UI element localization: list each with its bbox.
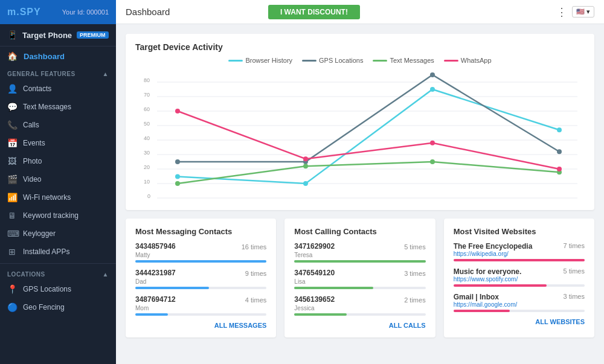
sidebar-item-events[interactable]: 📅 Events: [0, 134, 116, 152]
website-url[interactable]: https://mail.google.com/: [454, 301, 518, 308]
websites-card: Most Visited Websites The Free Encyclope…: [444, 219, 594, 337]
messaging-contact-3: 3487694712 4 times Mom: [135, 295, 266, 316]
contact-number: 3476549120: [294, 269, 335, 277]
contact-number: 3471629902: [294, 242, 335, 251]
svg-point-23: [303, 181, 308, 186]
contact-bar-fill: [135, 313, 168, 316]
contact-number: 3487694712: [135, 295, 176, 304]
contact-name: Mom: [135, 305, 266, 311]
video-icon: 🎬: [7, 174, 17, 184]
user-id: Your Id: 000001: [62, 8, 109, 16]
legend-browser-history: Browser History: [228, 57, 292, 64]
svg-text:60: 60: [144, 106, 150, 112]
svg-text:30: 30: [144, 150, 150, 156]
contacts-label: Contacts: [23, 85, 51, 93]
chevron-up-icon-locations: ▲: [103, 271, 109, 278]
whatsapp-legend-dot: [444, 60, 458, 62]
sidebar-item-geo-fencing[interactable]: 🔵 Geo Fencing: [0, 298, 116, 316]
sidebar-item-photo[interactable]: 🖼 Photo: [0, 152, 116, 170]
text-messages-legend-dot: [373, 60, 387, 62]
svg-point-35: [303, 156, 308, 161]
photo-icon: 🖼: [7, 156, 17, 166]
calls-label: Calls: [23, 121, 39, 129]
legend-gps-locations: GPS Locations: [302, 57, 363, 64]
sidebar-item-video[interactable]: 🎬 Video: [0, 170, 116, 188]
svg-point-28: [430, 72, 435, 77]
content-area: Target Device Activity Browser History G…: [116, 24, 604, 364]
calling-card-title: Most Calling Contacts: [294, 227, 425, 236]
contact-number: 3434857946: [135, 242, 176, 251]
website-url[interactable]: https://wikipedia.org/: [454, 251, 533, 257]
svg-point-37: [557, 167, 562, 171]
text-messages-label: Text Messages: [23, 103, 71, 111]
wifi-icon: 📶: [7, 193, 17, 202]
contact-bar-track: [294, 260, 425, 263]
photo-label: Photo: [23, 157, 42, 165]
website-url[interactable]: https://www.spotify.com/: [454, 276, 522, 283]
contact-bar-track: [135, 287, 266, 289]
all-calls-link[interactable]: ALL CALLS: [294, 322, 425, 329]
sidebar-item-keylogger[interactable]: ⌨ Keylogger: [0, 225, 116, 243]
sidebar-item-dashboard[interactable]: 🏠 Dashboard: [0, 46, 116, 66]
calling-contact-1: 3471629902 5 times Teresa: [294, 242, 425, 263]
website-name: Music for everyone.: [454, 267, 522, 276]
app-logo: m.SPY: [7, 7, 41, 18]
contact-times: 2 times: [404, 296, 425, 304]
activity-chart-svg: 0 10 20 30 40 50 60 70 80: [135, 69, 585, 202]
stats-row: Most Messaging Contacts 3434857946 16 ti…: [126, 219, 594, 337]
contact-name: Jessica: [294, 305, 425, 311]
messaging-card: Most Messaging Contacts 3434857946 16 ti…: [126, 219, 276, 337]
svg-text:20: 20: [144, 164, 150, 170]
keyword-label: Keyword tracking: [23, 211, 79, 220]
sidebar-item-wifi[interactable]: 📶 Wi-Fi networks: [0, 188, 116, 206]
svg-text:10: 10: [144, 179, 150, 185]
messaging-contact-1: 3434857946 16 times Matty: [135, 242, 266, 263]
whatsapp-legend-label: WhatsApp: [461, 57, 492, 64]
website-item-3: Gmail | Inbox https://mail.google.com/ 3…: [454, 293, 585, 312]
website-name: The Free Encyclopedia: [454, 242, 533, 251]
website-item-2: Music for everyone. https://www.spotify.…: [454, 267, 585, 287]
browser-history-legend-label: Browser History: [245, 57, 292, 64]
language-selector[interactable]: 🇺🇸 ▾: [572, 6, 594, 18]
legend-text-messages: Text Messages: [373, 57, 434, 64]
general-features-header: GENERAL FEATURES ▲: [0, 66, 116, 80]
apps-icon: ⊞: [7, 247, 17, 257]
sidebar-item-installed-apps[interactable]: ⊞ Installed APPs: [0, 243, 116, 261]
more-options-icon[interactable]: ⋮: [556, 5, 567, 19]
contact-bar-fill: [135, 260, 266, 263]
sidebar-item-contacts[interactable]: 👤 Contacts: [0, 80, 116, 98]
svg-point-34: [175, 109, 180, 113]
phone-icon: 📱: [7, 30, 18, 40]
all-messages-link[interactable]: ALL MESSAGES: [135, 322, 266, 329]
website-times: 7 times: [564, 242, 585, 249]
video-label: Video: [23, 175, 41, 184]
contact-name: Lisa: [294, 278, 425, 285]
sidebar-item-text-messages[interactable]: 💬 Text Messages: [0, 98, 116, 116]
contact-name: Dad: [135, 278, 266, 285]
svg-point-36: [430, 141, 435, 145]
geo-label: Geo Fencing: [23, 303, 65, 311]
topbar: Dashboard I WANT DISCOUNT! ⋮ 🇺🇸 ▾: [116, 0, 604, 24]
sidebar-item-calls[interactable]: 📞 Calls: [0, 116, 116, 134]
discount-button[interactable]: I WANT DISCOUNT!: [268, 5, 360, 19]
svg-point-26: [175, 159, 180, 164]
contact-bar-track: [294, 287, 425, 289]
websites-card-title: Most Visited Websites: [454, 227, 585, 236]
contact-bar-track: [135, 313, 266, 316]
all-websites-link[interactable]: ALL WEBSITES: [454, 318, 585, 325]
calling-contact-2: 3476549120 3 times Lisa: [294, 269, 425, 289]
sidebar: m.SPY Your Id: 000001 📱 Target Phone PRE…: [0, 0, 116, 364]
contact-number: 3444231987: [135, 269, 176, 277]
svg-point-32: [430, 159, 435, 164]
contact-times: 9 times: [245, 270, 266, 277]
messages-icon: 💬: [7, 102, 17, 112]
target-phone-row[interactable]: 📱 Target Phone PREMIUM: [0, 24, 116, 46]
page-title: Dashboard: [126, 7, 170, 17]
divider: [0, 263, 116, 264]
website-times: 5 times: [564, 267, 585, 275]
messaging-card-title: Most Messaging Contacts: [135, 227, 266, 236]
contact-bar-track: [454, 284, 585, 287]
sidebar-item-keyword-tracking[interactable]: 🖥 Keyword tracking: [0, 206, 116, 225]
svg-text:50: 50: [144, 121, 150, 127]
sidebar-item-gps[interactable]: 📍 GPS Locations: [0, 280, 116, 298]
